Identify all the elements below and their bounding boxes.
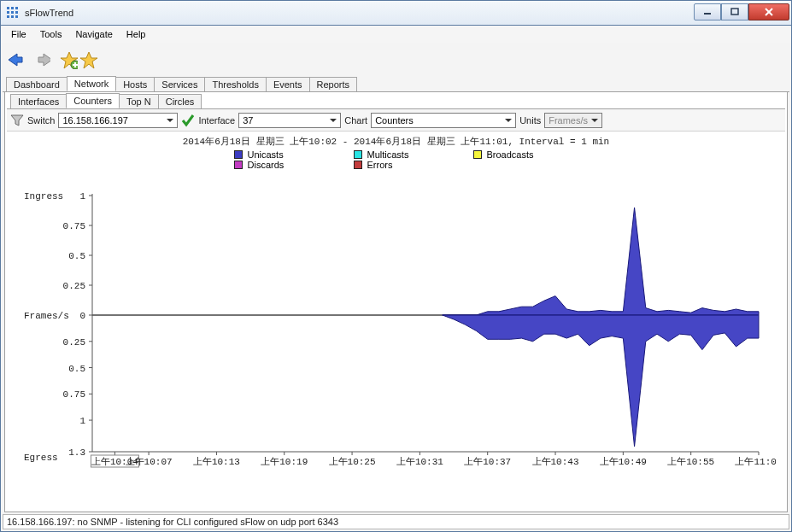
chart-area: 2014年6月18日 星期三 上午10:02 - 2014年6月18日 星期三 … (7, 132, 785, 499)
subtab-topn[interactable]: Top N (119, 94, 159, 108)
back-button[interactable] (6, 50, 25, 69)
units-value: Frames/s (549, 115, 588, 126)
svg-text:1: 1 (79, 191, 85, 202)
svg-text:0.75: 0.75 (63, 389, 85, 400)
menu-tools[interactable]: Tools (35, 27, 67, 41)
svg-text:Egress: Egress (24, 453, 58, 463)
tab-dashboard[interactable]: Dashboard (6, 77, 67, 91)
legend-discards: Discards (234, 160, 320, 170)
svg-text:Frames/s: Frames/s (24, 311, 69, 321)
svg-rect-3 (7, 11, 9, 14)
chart-legend-2: Discards Errors x (7, 160, 785, 170)
svg-text:0.5: 0.5 (68, 251, 85, 261)
legend-unicasts: Unicasts (234, 149, 320, 160)
svg-text:0.25: 0.25 (63, 337, 85, 348)
svg-rect-0 (7, 7, 9, 9)
titlebar: sFlowTrend (0, 0, 792, 26)
svg-rect-6 (7, 15, 9, 18)
svg-marker-13 (9, 54, 22, 66)
legend-errors: Errors (354, 160, 439, 170)
interface-label: Interface (198, 115, 235, 126)
window-title: sFlowTrend (25, 8, 73, 18)
status-text: 16.158.166.197: no SNMP - listening for … (7, 517, 338, 527)
favorite-add-button[interactable] (59, 50, 78, 69)
favorite-button[interactable] (79, 50, 97, 69)
svg-marker-19 (80, 52, 97, 68)
maximize-button[interactable] (721, 3, 748, 20)
tab-thresholds[interactable]: Thresholds (204, 77, 266, 91)
svg-marker-14 (38, 54, 50, 66)
chart-label: Chart (344, 115, 367, 126)
subtab-counters[interactable]: Counters (66, 93, 120, 108)
svg-rect-5 (15, 11, 18, 14)
svg-text:上午10:55: 上午10:55 (667, 456, 714, 467)
svg-text:0: 0 (79, 311, 85, 321)
chart-type-value: Counters (375, 115, 414, 126)
switch-value: 16.158.166.197 (62, 115, 127, 126)
app-icon (6, 6, 20, 20)
svg-text:上午11:01: 上午11:01 (735, 456, 776, 467)
menu-navigate[interactable]: Navigate (70, 27, 117, 41)
interface-combo[interactable]: 37 (238, 113, 341, 128)
tab-reports[interactable]: Reports (309, 77, 358, 91)
tab-services[interactable]: Services (154, 77, 205, 91)
svg-text:1.3: 1.3 (68, 447, 85, 458)
chart-combo[interactable]: Counters (371, 113, 516, 128)
svg-text:0.5: 0.5 (68, 364, 85, 374)
network-panel: Interfaces Counters Top N Circles Switch… (4, 92, 788, 512)
units-label: Units (519, 115, 541, 126)
menu-file[interactable]: File (6, 27, 32, 41)
svg-text:0.25: 0.25 (63, 281, 85, 291)
tab-network[interactable]: Network (67, 76, 116, 91)
toolbar (3, 44, 789, 75)
main-frame: Dashboard Network Hosts Services Thresho… (0, 43, 792, 532)
chart-legend: Unicasts Multicasts Broadcasts (7, 149, 785, 160)
subtab-circles[interactable]: Circles (158, 94, 202, 108)
menu-help[interactable]: Help (121, 27, 151, 41)
svg-rect-4 (11, 11, 14, 14)
svg-text:上午10:13: 上午10:13 (193, 456, 240, 467)
interface-value: 37 (243, 115, 253, 126)
svg-rect-2 (15, 7, 18, 9)
svg-text:1: 1 (79, 416, 85, 426)
svg-text:0.75: 0.75 (63, 221, 85, 231)
forward-button[interactable] (32, 50, 50, 69)
legend-broadcasts: Broadcasts (473, 149, 559, 160)
minimize-button[interactable] (694, 3, 721, 20)
svg-text:上午10:43: 上午10:43 (532, 456, 579, 467)
svg-text:上午10:19: 上午10:19 (261, 456, 308, 467)
svg-text:上午10:25: 上午10:25 (329, 456, 376, 467)
svg-rect-10 (731, 9, 738, 15)
filter-row: Switch 16.158.166.197 Interface 37 Chart… (7, 109, 785, 132)
chart-plot: 10.750.50.2500.250.50.7511.3IngressFrame… (7, 170, 776, 486)
tab-events[interactable]: Events (266, 77, 310, 91)
close-button[interactable] (748, 3, 789, 20)
statusbar: 16.158.166.197: no SNMP - listening for … (3, 514, 789, 529)
svg-text:上午10:07: 上午10:07 (126, 456, 173, 467)
svg-rect-7 (11, 15, 14, 18)
switch-filter-icon[interactable] (10, 114, 24, 127)
svg-rect-1 (11, 7, 14, 9)
svg-rect-8 (15, 15, 18, 18)
svg-text:上午10:31: 上午10:31 (396, 456, 443, 467)
main-tabs: Dashboard Network Hosts Services Thresho… (3, 75, 789, 92)
switch-combo[interactable]: 16.158.166.197 (58, 113, 178, 128)
interface-ok-icon (181, 114, 195, 127)
legend-multicasts: Multicasts (354, 149, 439, 160)
menubar: File Tools Navigate Help (0, 26, 792, 43)
switch-label: Switch (27, 115, 55, 126)
svg-text:上午10:49: 上午10:49 (600, 456, 647, 467)
tab-hosts[interactable]: Hosts (115, 77, 155, 91)
window-buttons (694, 3, 791, 22)
svg-text:Ingress: Ingress (24, 191, 63, 202)
units-combo: Frames/s (544, 113, 602, 128)
chart-title: 2014年6月18日 星期三 上午10:02 - 2014年6月18日 星期三 … (7, 135, 785, 148)
subtab-interfaces[interactable]: Interfaces (10, 94, 67, 108)
sub-tabs: Interfaces Counters Top N Circles (7, 94, 785, 109)
svg-text:上午10:37: 上午10:37 (464, 456, 511, 467)
